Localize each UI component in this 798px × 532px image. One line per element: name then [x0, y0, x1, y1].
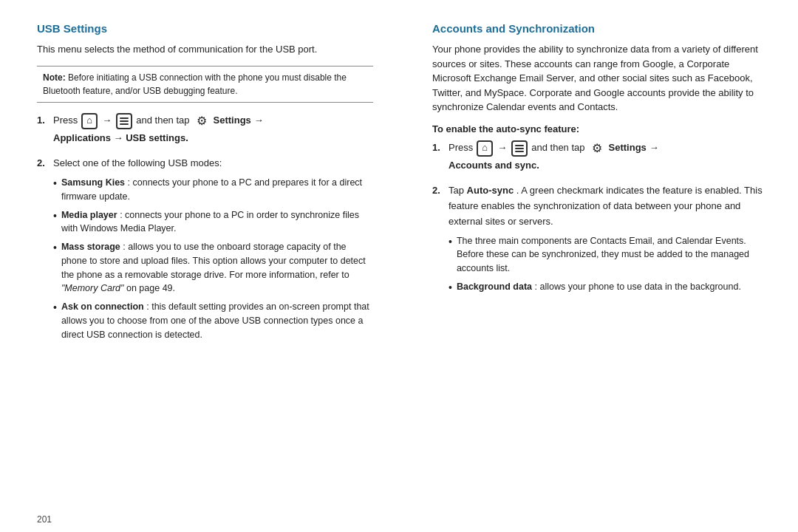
note-label: Note: [43, 72, 66, 83]
media-player-label: Media player [61, 210, 117, 220]
settings-icon: ⚙ [194, 113, 210, 129]
mass-storage-suffix: on page 49. [126, 283, 175, 293]
page-number: 201 [37, 514, 52, 525]
bullet-media-player: Media player : connects your phone to a … [53, 208, 373, 236]
bullet-background-data: Background data : allows your phone to u… [449, 280, 768, 296]
sync-sub-path: Accounts and sync. [449, 158, 768, 174]
mass-storage-label: Mass storage [61, 242, 120, 252]
step2-number: 2. [37, 157, 49, 168]
sync-step2-content: Tap Auto-sync . A green checkmark indica… [449, 183, 768, 300]
sync-step1: 1. Press ⌂ → and then tap ⚙ Settings → [432, 140, 768, 178]
note-box: Note: Before initiating a USB connection… [37, 66, 373, 103]
sync-step2: 2. Tap Auto-sync . A green checkmark ind… [432, 183, 768, 300]
memory-card-ref: "Memory Card" [61, 283, 124, 293]
home-icon: ⌂ [81, 113, 98, 129]
sync-press-line: Press ⌂ → and then tap ⚙ Settings → [449, 140, 768, 157]
menu-icon [116, 113, 132, 129]
press-line: Press ⌂ → and then tap ⚙ Settings → [53, 113, 373, 129]
note-text: Before initiating a USB connection with … [43, 72, 347, 96]
sync-menu-icon [511, 140, 528, 157]
left-column: USB Settings This menu selects the metho… [37, 22, 388, 492]
step2-text: Select one of the following USB modes: [53, 157, 222, 168]
bullet-mass-storage: Mass storage : allows you to use the onb… [53, 240, 373, 296]
sync-step2-number: 2. [432, 185, 444, 196]
page-footer: 201 [0, 507, 798, 532]
press-text: Press [53, 113, 78, 129]
background-data-text: : allows your phone to use data in the b… [535, 282, 741, 292]
sub-path: Applications → USB settings. [53, 131, 373, 146]
tap-text: Tap [449, 185, 467, 196]
sync-press-text: Press [449, 140, 473, 156]
accounts-sync-title: Accounts and Synchronization [432, 22, 768, 35]
sync-arrow2: → [649, 140, 659, 156]
usb-settings-title: USB Settings [37, 22, 373, 35]
sync-arrow1: → [497, 140, 507, 156]
bullet-samsung-kies: Samsung Kies : connects your phone to a … [53, 176, 373, 204]
auto-sync-label: Auto-sync [467, 185, 514, 196]
samsung-kies-label: Samsung Kies [61, 177, 125, 188]
bullet-three-components: The three main components are Contacts E… [449, 234, 768, 276]
arrow2: → [254, 113, 264, 129]
sync-settings-label: Settings [609, 140, 647, 156]
sync-settings-icon: ⚙ [589, 140, 605, 157]
settings-label: Settings [214, 113, 251, 129]
sync-step1-number: 1. [432, 142, 444, 153]
sync-step1-content: Press ⌂ → and then tap ⚙ Settings → Acco… [449, 140, 768, 178]
sync-and-then-text: and then tap [531, 140, 584, 156]
arrow1: → [102, 113, 112, 129]
ask-on-connection-label: Ask on connection [61, 301, 144, 312]
step2-content: Select one of the following USB modes: S… [53, 156, 373, 346]
right-column: Accounts and Synchronization Your phone … [417, 22, 768, 492]
bullet-ask-on-connection: Ask on connection : this default setting… [53, 300, 373, 341]
usb-settings-intro: This menu selects the method of communic… [37, 42, 373, 57]
background-data-label: Background data [457, 282, 532, 292]
usb-step1: 1. Press ⌂ → and then tap ⚙ Se [37, 113, 373, 151]
three-components-text: The three main components are Contacts E… [457, 236, 749, 274]
sync-home-icon: ⌂ [477, 140, 493, 157]
step1-content: Press ⌂ → and then tap ⚙ Settings → [53, 113, 373, 151]
step1-number: 1. [37, 115, 49, 126]
usb-step2: 2. Select one of the following USB modes… [37, 156, 373, 346]
sync-bullet-list: The three main components are Contacts E… [449, 234, 768, 296]
to-enable-label: To enable the auto-sync feature: [432, 123, 768, 134]
usb-bullet-list: Samsung Kies : connects your phone to a … [53, 176, 373, 341]
accounts-sync-intro: Your phone provides the ability to synch… [432, 42, 768, 115]
and-then-text: and then tap [136, 113, 189, 129]
